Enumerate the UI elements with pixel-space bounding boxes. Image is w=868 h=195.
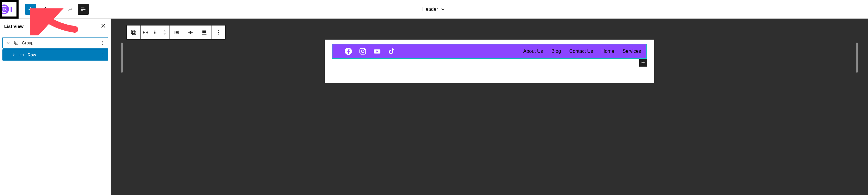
site-logo: DI (2, 2, 17, 17)
block-toolbar (126, 25, 225, 39)
top-toolbar: DI Header (0, 0, 868, 19)
chevron-right-icon[interactable] (11, 52, 16, 58)
group-icon (13, 40, 19, 46)
add-block-button[interactable] (25, 4, 36, 15)
tree-item-more-button[interactable] (100, 40, 105, 46)
edit-tool-button[interactable] (38, 4, 49, 15)
close-icon (100, 23, 106, 29)
plus-icon (27, 6, 34, 12)
canvas-scrollbar[interactable] (121, 43, 123, 73)
row-icon (19, 52, 25, 58)
document-title-dropdown[interactable]: Header (422, 7, 446, 12)
nav-link[interactable]: Blog (551, 49, 561, 54)
svg-point-6 (102, 41, 103, 42)
svg-point-24 (218, 32, 219, 33)
undo-button[interactable] (52, 4, 62, 15)
append-block-button[interactable] (639, 59, 647, 66)
justify-button[interactable] (170, 26, 184, 39)
svg-rect-21 (190, 31, 191, 34)
block-more-button[interactable] (212, 26, 225, 39)
header-nav: About Us Blog Contact Us Home Services (523, 49, 641, 54)
list-view-icon (80, 6, 87, 12)
chevron-down-icon (440, 7, 446, 12)
svg-rect-12 (131, 30, 135, 34)
svg-rect-13 (132, 31, 136, 34)
nav-link[interactable]: Contact Us (569, 49, 593, 54)
list-view-button[interactable] (78, 4, 89, 15)
tree-item-group[interactable]: Group (2, 37, 108, 49)
valign-icon (187, 29, 194, 36)
tree-item-more-button[interactable] (100, 52, 106, 58)
svg-point-11 (103, 56, 103, 57)
move-up-down-button[interactable] (160, 26, 169, 39)
row-icon (142, 29, 149, 36)
svg-point-18 (154, 33, 155, 34)
chevron-down-icon[interactable] (6, 40, 10, 46)
tree-item-label: Row (28, 53, 97, 57)
svg-point-9 (103, 53, 103, 54)
svg-point-14 (154, 31, 155, 31)
facebook-icon[interactable] (344, 47, 352, 55)
plus-icon (640, 60, 646, 65)
editor-canvas: About Us Blog Contact Us Home Services (111, 19, 868, 195)
svg-rect-22 (203, 31, 206, 33)
vertical-align-button[interactable] (184, 26, 197, 39)
tree-item-row[interactable]: Row (2, 49, 108, 61)
nav-link[interactable]: About Us (523, 49, 543, 54)
undo-icon (54, 6, 60, 12)
canvas-scrollbar[interactable] (856, 43, 858, 73)
svg-rect-5 (15, 42, 18, 45)
align-icon (201, 29, 208, 36)
sidebar-title: List View (4, 24, 24, 29)
document-title: Header (422, 7, 438, 12)
drag-icon (152, 29, 158, 36)
row-layout-button[interactable] (141, 26, 150, 39)
youtube-icon[interactable] (373, 47, 381, 55)
svg-point-7 (102, 43, 103, 43)
svg-point-19 (155, 33, 156, 34)
svg-rect-20 (176, 31, 178, 33)
width-align-button[interactable] (197, 26, 211, 39)
svg-point-15 (155, 31, 156, 31)
site-logo-button[interactable]: DI (0, 0, 19, 19)
social-icons-block (344, 47, 395, 55)
close-sidebar-button[interactable] (100, 23, 106, 30)
more-vertical-icon (215, 29, 222, 36)
svg-point-25 (218, 34, 219, 34)
svg-point-23 (218, 30, 219, 31)
block-type-button[interactable] (127, 26, 141, 39)
redo-icon (67, 6, 73, 12)
redo-button[interactable] (65, 4, 75, 15)
svg-point-10 (103, 55, 103, 55)
pencil-icon (40, 6, 47, 12)
nav-link[interactable]: Home (601, 49, 614, 54)
drag-handle[interactable] (150, 26, 160, 39)
header-template-frame[interactable]: About Us Blog Contact Us Home Services (325, 39, 654, 83)
svg-point-28 (362, 50, 364, 53)
move-vertical-icon (161, 29, 168, 36)
svg-point-16 (154, 32, 155, 33)
tiktok-icon[interactable] (388, 47, 395, 55)
svg-text:I: I (10, 5, 12, 13)
header-row-block[interactable]: About Us Blog Contact Us Home Services (332, 44, 647, 59)
svg-point-17 (155, 32, 156, 33)
list-view-sidebar: List View Group Row (0, 19, 111, 195)
justify-icon (174, 29, 180, 36)
group-icon (130, 29, 137, 36)
svg-rect-4 (14, 41, 17, 44)
nav-link[interactable]: Services (623, 49, 641, 54)
instagram-icon[interactable] (359, 47, 367, 55)
svg-point-8 (102, 44, 103, 45)
svg-point-29 (364, 49, 365, 50)
tree-item-label: Group (22, 40, 97, 45)
